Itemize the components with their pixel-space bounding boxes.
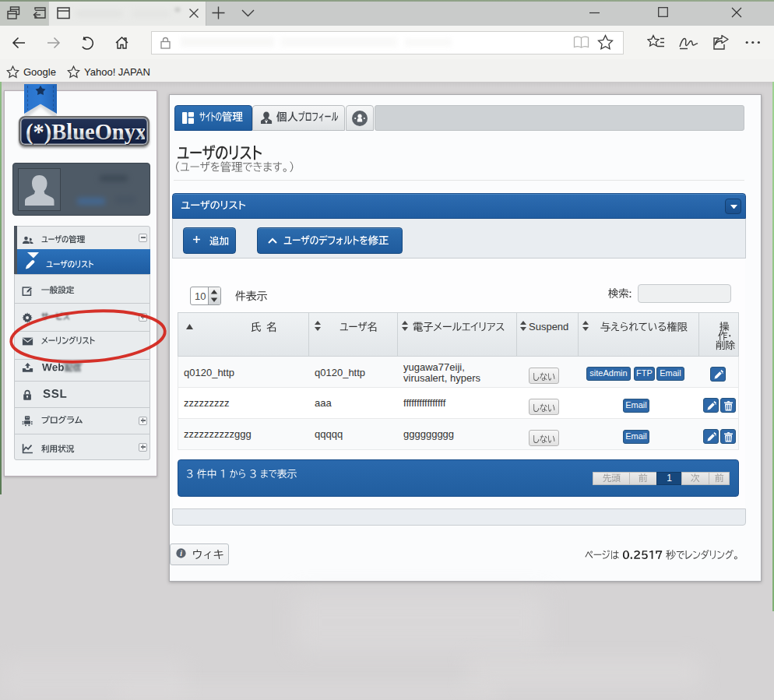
svg-text:i: i — [180, 549, 182, 558]
svg-text:(*)BlueOnyx: (*)BlueOnyx — [26, 120, 145, 145]
